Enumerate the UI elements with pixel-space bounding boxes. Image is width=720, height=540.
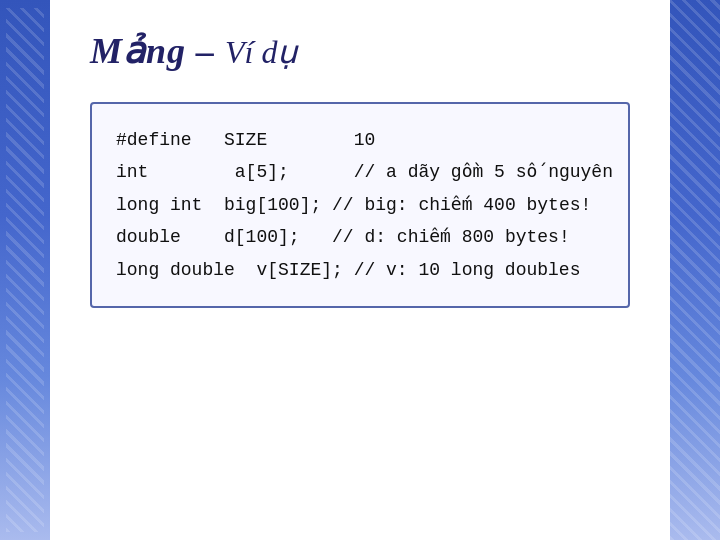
code-line-3: long int big[100]; // big: chiếm 400 byt… <box>116 189 604 221</box>
code-example-box: #define SIZE 10 int a[5]; // a dãy gồm 5… <box>90 102 630 308</box>
main-content: Mảng – Ví dụ #define SIZE 10 int a[5]; /… <box>50 0 670 540</box>
code-line-1: #define SIZE 10 <box>116 124 604 156</box>
slide-title: Mảng – Ví dụ <box>90 30 630 72</box>
right-decoration <box>670 0 720 540</box>
title-normal-part: Ví dụ <box>225 33 297 71</box>
code-line-2: int a[5]; // a dãy gồm 5 số nguyên <box>116 156 604 188</box>
title-bold-part: Mảng – <box>90 30 215 72</box>
left-decoration <box>0 0 50 540</box>
code-line-4: double d[100]; // d: chiếm 800 bytes! <box>116 221 604 253</box>
right-deco-pattern <box>670 0 720 540</box>
left-deco-pattern <box>6 8 44 532</box>
code-line-5: long double v[SIZE]; // v: 10 long doubl… <box>116 254 604 286</box>
page-background: Mảng – Ví dụ #define SIZE 10 int a[5]; /… <box>0 0 720 540</box>
